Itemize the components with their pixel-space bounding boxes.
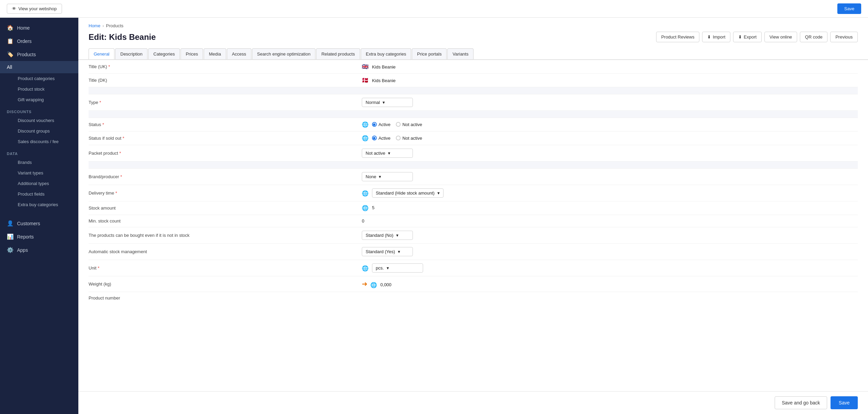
- tab-seo[interactable]: Search engine optimization: [252, 48, 316, 59]
- sidebar-product-stock-label: Product stock: [18, 87, 45, 92]
- sold-out-active-radio[interactable]: [372, 136, 377, 140]
- sidebar-item-all[interactable]: All: [0, 61, 78, 73]
- sidebar-variant-types-label: Variant types: [18, 170, 43, 175]
- sold-out-active-option[interactable]: Active: [372, 136, 390, 141]
- value-min-stock: 0: [358, 215, 858, 227]
- unit-label: Unit: [89, 265, 96, 271]
- status-active-option[interactable]: Active: [372, 122, 390, 127]
- sidebar-item-extra-buy-categories[interactable]: Extra buy categories: [0, 199, 78, 210]
- sidebar-item-sales-discounts[interactable]: Sales discounts / fee: [0, 136, 78, 147]
- tab-general[interactable]: General: [89, 48, 114, 59]
- sidebar-item-customers[interactable]: 👤 Customers: [0, 217, 78, 230]
- auto-stock-label: Automatic stock management: [89, 249, 147, 254]
- sidebar-item-product-categories[interactable]: Product categories: [0, 73, 78, 84]
- status-sold-out-label: Status if sold out: [89, 136, 121, 141]
- view-online-button[interactable]: View online: [764, 32, 797, 42]
- status-not-active-option[interactable]: Not active: [396, 122, 422, 127]
- sold-out-not-active-option[interactable]: Not active: [396, 136, 422, 141]
- value-stock-amount: 🌐 5: [358, 201, 858, 215]
- save-go-back-button[interactable]: Save and go back: [775, 396, 827, 409]
- import-icon: ⬇: [707, 34, 711, 40]
- brand-dropdown[interactable]: None ▾: [362, 172, 413, 181]
- import-button[interactable]: ⬇ Import: [702, 32, 730, 42]
- label-product-number: Product number: [89, 292, 358, 304]
- sidebar-customers-label: Customers: [17, 221, 40, 226]
- discounts-section-label: DISCOUNTS: [0, 105, 78, 115]
- buy-oos-dropdown[interactable]: Standard (No) ▾: [362, 231, 413, 240]
- tab-description[interactable]: Description: [115, 48, 148, 59]
- view-webshop-label: View your webshop: [18, 6, 57, 11]
- data-section-label: DATA: [0, 147, 78, 157]
- table-row-unit: Unit * 🌐 pcs. ▾: [89, 260, 858, 276]
- unit-dropdown[interactable]: pcs. ▾: [372, 263, 423, 273]
- value-title-dk: 🇩🇰 Kids Beanie: [358, 74, 858, 87]
- sidebar-item-brands[interactable]: Brands: [0, 157, 78, 168]
- sidebar-item-product-fields[interactable]: Product fields: [0, 189, 78, 199]
- delivery-time-dropdown[interactable]: Standard (Hide stock amount) ▾: [372, 188, 444, 198]
- status-active-radio[interactable]: [372, 122, 377, 127]
- type-dropdown[interactable]: Normal ▾: [362, 98, 413, 107]
- sidebar-item-gift-wrapping[interactable]: Gift wrapping: [0, 94, 78, 105]
- tab-related-products[interactable]: Related products: [316, 48, 360, 59]
- required-mark-title-uk: *: [108, 64, 110, 69]
- tab-media[interactable]: Media: [204, 48, 226, 59]
- tab-price-portals[interactable]: Price portals: [412, 48, 447, 59]
- sidebar-discount-groups-label: Discount groups: [18, 128, 50, 134]
- form-area: Title (UK) * 🇬🇧 Kids Beanie Title (DK): [78, 60, 868, 391]
- sidebar-item-products[interactable]: 🏷️ Products: [0, 48, 78, 61]
- delivery-time-label: Delivery time: [89, 190, 114, 196]
- title-uk-value: Kids Beanie: [372, 64, 396, 70]
- status-radio-group: Active Not active: [372, 122, 422, 127]
- sidebar-item-product-stock[interactable]: Product stock: [0, 84, 78, 94]
- product-number-label: Product number: [89, 295, 120, 301]
- tab-prices[interactable]: Prices: [181, 48, 203, 59]
- label-title-dk: Title (DK): [89, 74, 358, 87]
- brand-label: Brand/producer: [89, 174, 119, 179]
- sidebar-item-orders[interactable]: 📋 Orders: [0, 34, 78, 48]
- export-button[interactable]: ⬇ Export: [733, 32, 762, 42]
- status-not-active-label: Not active: [402, 122, 422, 127]
- weight-value: 0,000: [381, 282, 392, 287]
- view-webshop-button[interactable]: 👁 View your webshop: [7, 4, 62, 14]
- sold-out-active-label: Active: [378, 136, 390, 141]
- sidebar-item-discount-groups[interactable]: Discount groups: [0, 126, 78, 136]
- sold-out-not-active-radio[interactable]: [396, 136, 401, 140]
- title-uk-label: Title (UK): [89, 64, 107, 69]
- status-active-label: Active: [378, 122, 390, 127]
- breadcrumb-home-link[interactable]: Home: [89, 23, 100, 28]
- label-buy-oos: The products can be bought even if it is…: [89, 227, 358, 244]
- packet-product-dropdown[interactable]: Not active ▾: [362, 149, 413, 158]
- table-row-status: Status * 🌐 Active: [89, 118, 858, 132]
- value-product-number: [358, 292, 858, 304]
- sidebar-all-label: All: [7, 64, 12, 70]
- reports-icon: 📊: [7, 233, 14, 240]
- sidebar-item-home[interactable]: 🏠 Home: [0, 21, 78, 34]
- sidebar-item-orders-label: Orders: [17, 39, 32, 44]
- apps-icon: ⚙️: [7, 247, 14, 253]
- previous-button[interactable]: Previous: [830, 32, 858, 42]
- sidebar-item-discount-vouchers[interactable]: Discount vouchers: [0, 115, 78, 126]
- sidebar-item-reports[interactable]: 📊 Reports: [0, 230, 78, 243]
- qr-code-button[interactable]: QR code: [800, 32, 827, 42]
- table-row-stock-amount: Stock amount 🌐 5: [89, 201, 858, 215]
- sidebar-item-additional-types[interactable]: Additional types: [0, 178, 78, 189]
- table-row-product-number: Product number: [89, 292, 858, 304]
- save-top-button[interactable]: Save: [837, 3, 861, 14]
- tab-variants[interactable]: Variants: [447, 48, 474, 59]
- type-value: Normal: [366, 100, 380, 105]
- auto-stock-dropdown[interactable]: Standard (Yes) ▾: [362, 247, 413, 256]
- product-reviews-button[interactable]: Product Reviews: [656, 32, 700, 42]
- tab-extra-buy-categories[interactable]: Extra buy categories: [361, 48, 412, 59]
- home-icon: 🏠: [7, 25, 14, 31]
- sidebar-item-variant-types[interactable]: Variant types: [0, 168, 78, 178]
- buy-oos-label: The products can be bought even if it is…: [89, 233, 189, 238]
- tab-access[interactable]: Access: [227, 48, 251, 59]
- sidebar-item-apps[interactable]: ⚙️ Apps: [0, 243, 78, 257]
- value-delivery-time: 🌐 Standard (Hide stock amount) ▾: [358, 185, 858, 201]
- title-dk-label: Title (DK): [89, 78, 107, 83]
- tab-categories[interactable]: Categories: [148, 48, 180, 59]
- status-not-active-radio[interactable]: [396, 122, 401, 127]
- save-bottom-button[interactable]: Save: [831, 396, 858, 409]
- label-status-sold-out: Status if sold out *: [89, 132, 358, 145]
- required-mark-packet-product: *: [119, 151, 121, 156]
